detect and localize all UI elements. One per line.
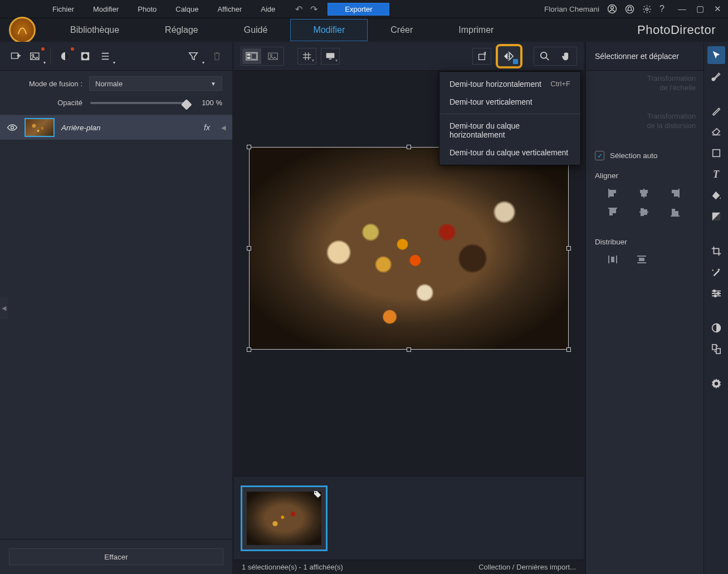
resize-handle[interactable] bbox=[247, 145, 251, 149]
crop-tool-icon[interactable] bbox=[707, 242, 725, 260]
tab-print[interactable]: Imprimer bbox=[436, 19, 516, 41]
svg-rect-28 bbox=[610, 209, 612, 215]
resize-handle[interactable] bbox=[407, 145, 411, 149]
flip-horizontal-item[interactable]: Demi-tour horizontalement Ctrl+F bbox=[439, 75, 580, 93]
distribute-h-icon[interactable] bbox=[606, 254, 619, 265]
panel-collapse-left-icon[interactable]: ◀ bbox=[0, 297, 8, 319]
resize-handle[interactable] bbox=[247, 347, 251, 352]
pen-tool-icon[interactable] bbox=[707, 102, 725, 120]
tab-library[interactable]: Bibliothèque bbox=[47, 19, 142, 41]
fill-tool-icon[interactable] bbox=[707, 187, 725, 204]
tab-create[interactable]: Créer bbox=[368, 19, 436, 41]
svg-rect-17 bbox=[326, 53, 335, 58]
layer-list-icon[interactable]: ▾ bbox=[97, 48, 113, 64]
layer-row[interactable]: Arrière-plan fx ◀ bbox=[0, 115, 232, 140]
flip-dropdown-menu: Demi-tour horizontalement Ctrl+F Demi-to… bbox=[439, 71, 581, 165]
tab-adjust[interactable]: Réglage bbox=[142, 19, 221, 41]
svg-point-36 bbox=[712, 78, 715, 81]
mask-circle-icon[interactable] bbox=[57, 48, 73, 64]
window-close-icon[interactable]: ✕ bbox=[714, 4, 721, 14]
svg-point-20 bbox=[541, 52, 547, 58]
canvas-selection-box[interactable] bbox=[249, 147, 569, 350]
tab-edit[interactable]: Modifier bbox=[290, 19, 368, 41]
view-mode-single-icon[interactable] bbox=[242, 48, 261, 64]
brush-tool-icon[interactable] bbox=[707, 67, 725, 85]
align-top-icon[interactable] bbox=[606, 207, 619, 218]
menu-file[interactable]: Fichier bbox=[43, 3, 83, 16]
redo-icon[interactable]: ↷ bbox=[310, 4, 317, 14]
svg-point-16 bbox=[270, 54, 272, 56]
distribute-v-icon[interactable] bbox=[635, 254, 648, 265]
align-bottom-icon[interactable] bbox=[668, 207, 682, 218]
menu-edit[interactable]: Modifier bbox=[84, 3, 128, 16]
user-account-icon[interactable] bbox=[607, 4, 617, 14]
menu-layer[interactable]: Calque bbox=[167, 3, 207, 16]
resize-handle[interactable] bbox=[407, 347, 411, 352]
rotate-icon[interactable] bbox=[472, 48, 491, 65]
adjustments-tool-icon[interactable] bbox=[707, 284, 725, 302]
export-button[interactable]: Exporter bbox=[328, 3, 389, 16]
move-tool-icon[interactable] bbox=[707, 46, 725, 64]
screen-options-icon[interactable] bbox=[321, 48, 340, 65]
flip-layer-vertical-item[interactable]: Demi-tour du calque verticalement bbox=[439, 144, 580, 161]
shape-tool-icon[interactable] bbox=[707, 144, 725, 162]
flip-dropdown-button[interactable] bbox=[496, 44, 522, 68]
grid-toggle-icon[interactable] bbox=[297, 48, 316, 65]
window-minimize-icon[interactable]: — bbox=[678, 4, 686, 14]
layer-visibility-icon[interactable] bbox=[7, 124, 18, 131]
opacity-slider[interactable] bbox=[90, 102, 189, 104]
new-layer-icon[interactable] bbox=[8, 48, 23, 64]
add-image-layer-icon[interactable]: ▾ bbox=[28, 48, 43, 64]
help-icon[interactable]: ? bbox=[659, 4, 665, 14]
align-right-icon[interactable] bbox=[668, 188, 682, 199]
mask-square-icon[interactable] bbox=[77, 48, 93, 64]
auto-select-checkbox[interactable]: ✓ Sélection auto bbox=[595, 151, 695, 160]
svg-point-1 bbox=[611, 6, 614, 9]
delete-trash-icon[interactable] bbox=[209, 48, 224, 64]
eraser-tool-icon[interactable] bbox=[707, 123, 725, 141]
svg-point-6 bbox=[32, 54, 33, 56]
text-tool-icon[interactable]: T bbox=[707, 165, 725, 183]
dropdown-corner-icon bbox=[513, 59, 518, 64]
settings-tool-icon[interactable] bbox=[707, 375, 725, 393]
undo-icon[interactable]: ↶ bbox=[295, 4, 302, 14]
svg-rect-22 bbox=[610, 190, 615, 193]
filter-funnel-icon[interactable]: ▾ bbox=[185, 48, 201, 64]
svg-rect-44 bbox=[716, 349, 720, 354]
view-mode-compare-icon[interactable] bbox=[263, 48, 282, 64]
zoom-tool-icon[interactable] bbox=[535, 48, 554, 64]
flip-vertical-item[interactable]: Demi-tour verticalement bbox=[439, 93, 580, 111]
svg-rect-37 bbox=[712, 150, 720, 157]
tab-guided[interactable]: Guidé bbox=[221, 19, 291, 41]
export-layers-icon[interactable] bbox=[707, 340, 725, 358]
menu-view[interactable]: Afficher bbox=[208, 3, 251, 16]
magic-tool-icon[interactable] bbox=[707, 263, 725, 281]
flip-layer-horizontal-item[interactable]: Demi-tour du calque horizontalement bbox=[439, 117, 580, 144]
layer-expand-icon[interactable]: ◀ bbox=[221, 124, 226, 131]
blur-tool-icon[interactable] bbox=[707, 319, 725, 337]
resize-handle[interactable] bbox=[566, 246, 571, 251]
gradient-tool-icon[interactable] bbox=[707, 208, 725, 225]
layer-thumbnail[interactable] bbox=[25, 118, 55, 137]
menu-photo[interactable]: Photo bbox=[129, 3, 165, 16]
svg-rect-32 bbox=[672, 209, 675, 215]
window-maximize-icon[interactable]: ▢ bbox=[696, 4, 704, 14]
layer-fx-label[interactable]: fx bbox=[204, 123, 210, 132]
app-logo-icon bbox=[8, 16, 36, 44]
resize-handle[interactable] bbox=[566, 347, 571, 352]
resize-handle[interactable] bbox=[247, 246, 251, 251]
filmstrip-thumbnail[interactable] bbox=[241, 485, 328, 551]
svg-rect-26 bbox=[672, 190, 678, 193]
align-center-v-icon[interactable] bbox=[637, 207, 651, 218]
svg-rect-34 bbox=[612, 257, 614, 262]
blend-mode-select[interactable]: Normale▼ bbox=[89, 76, 222, 91]
settings-gear-icon[interactable] bbox=[642, 4, 652, 14]
align-left-icon[interactable] bbox=[606, 188, 619, 199]
erase-button[interactable]: Effacer bbox=[9, 548, 223, 565]
svg-rect-24 bbox=[641, 190, 647, 193]
properties-panel: Sélectionner et déplacer Transformation … bbox=[585, 42, 703, 574]
pan-hand-icon[interactable] bbox=[556, 48, 575, 64]
align-center-h-icon[interactable] bbox=[637, 188, 651, 199]
notifications-icon[interactable] bbox=[625, 4, 634, 14]
menu-help[interactable]: Aide bbox=[252, 3, 284, 16]
